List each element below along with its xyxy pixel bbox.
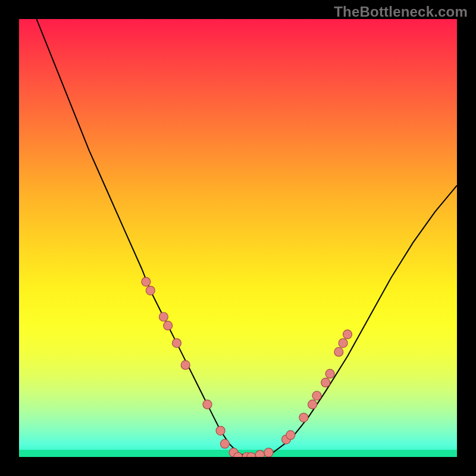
data-point (321, 378, 330, 387)
data-point (343, 330, 352, 339)
data-point (339, 339, 347, 347)
data-point (299, 413, 308, 422)
data-point (308, 400, 317, 409)
data-point (203, 400, 212, 409)
bottleneck-chart-svg (19, 19, 457, 457)
watermark-text: TheBottleneck.com (334, 4, 468, 20)
data-point (159, 312, 168, 321)
data-point (264, 448, 273, 457)
data-point (146, 286, 155, 295)
data-point (142, 277, 151, 286)
data-point (164, 321, 173, 330)
data-point (255, 450, 264, 457)
highlighted-points (142, 277, 352, 457)
bottleneck-curve (36, 19, 457, 457)
data-point (325, 369, 334, 378)
data-point (334, 347, 343, 356)
data-point (220, 439, 229, 448)
data-point (286, 431, 295, 440)
chart-frame: TheBottleneck.com (0, 0, 476, 476)
data-point (181, 361, 190, 369)
data-point (173, 339, 181, 347)
data-point (312, 392, 321, 400)
plot-area (19, 19, 457, 457)
data-point (216, 426, 225, 435)
